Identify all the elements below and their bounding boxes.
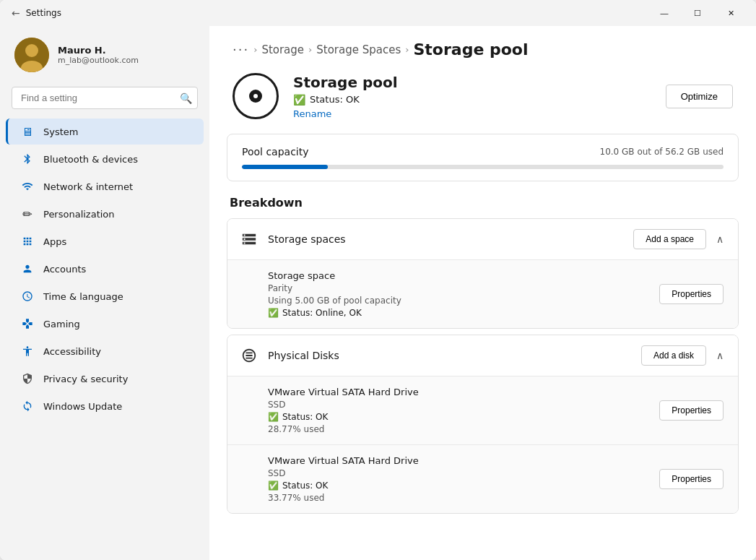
space-status-ok-icon: ✅ xyxy=(268,308,279,318)
sidebar-item-privacy[interactable]: Privacy & security xyxy=(6,366,204,392)
disk-item-2: VMware Virtual SATA Hard Drive SSD ✅ Sta… xyxy=(227,445,738,513)
physical-disks-card: Physical Disks Add a disk ∧ VMware Virtu… xyxy=(227,335,739,514)
sidebar-item-label-system: System xyxy=(43,126,78,137)
breakdown-title: Breakdown xyxy=(227,196,739,210)
disk-2-usage: 33.77% used xyxy=(268,493,419,503)
profile-name: Mauro H. xyxy=(58,45,139,56)
avatar-image xyxy=(14,38,49,72)
storage-pool-icon xyxy=(233,73,279,119)
accounts-icon xyxy=(20,262,35,276)
storage-spaces-icon xyxy=(239,229,259,249)
collapse-disks-button[interactable]: ∧ xyxy=(713,347,726,364)
rename-link[interactable]: Rename xyxy=(293,108,398,119)
sidebar-profile[interactable]: Mauro H. m_lab@outlook.com xyxy=(0,26,209,84)
sidebar-item-time[interactable]: Time & language xyxy=(6,283,204,309)
disk-2-name: VMware Virtual SATA Hard Drive xyxy=(268,455,419,466)
disk-inner xyxy=(249,90,262,103)
capacity-progress-bg xyxy=(242,165,724,169)
breadcrumb-storage[interactable]: Storage xyxy=(261,43,304,56)
pool-status: ✅ Status: OK xyxy=(293,94,398,105)
sidebar-item-update[interactable]: Windows Update xyxy=(6,393,204,419)
breadcrumb-storage-spaces[interactable]: Storage Spaces xyxy=(316,43,401,56)
disk-item-1: VMware Virtual SATA Hard Drive SSD ✅ Sta… xyxy=(227,376,738,444)
accessibility-icon xyxy=(20,344,35,358)
sidebar-item-label-personalization: Personalization xyxy=(43,209,115,220)
search-box: 🔍 xyxy=(12,87,198,109)
settings-window: ← Settings — ☐ ✕ xyxy=(0,0,756,560)
capacity-label: Pool capacity xyxy=(242,146,309,158)
disk-1-type: SSD xyxy=(268,400,419,410)
disk-2-status-text: Status: OK xyxy=(282,481,328,491)
sidebar-item-label-apps: Apps xyxy=(43,236,66,247)
titlebar: ← Settings — ☐ ✕ xyxy=(0,0,756,26)
close-button[interactable]: ✕ xyxy=(714,0,747,26)
breadcrumb-more[interactable]: ··· xyxy=(233,42,249,57)
pool-header: Storage pool ✅ Status: OK Rename Optimiz… xyxy=(209,67,756,134)
collapse-spaces-button[interactable]: ∧ xyxy=(713,231,726,248)
bluetooth-icon xyxy=(20,152,35,166)
space-status: ✅ Status: Online, OK xyxy=(268,308,401,318)
sidebar-item-network[interactable]: Network & internet xyxy=(6,173,204,199)
capacity-value: 10.0 GB out of 56.2 GB used xyxy=(600,147,724,157)
sidebar-item-label-update: Windows Update xyxy=(43,401,122,412)
minimize-button[interactable]: — xyxy=(648,0,681,26)
titlebar-controls: — ☐ ✕ xyxy=(648,0,747,26)
breadcrumb-current: Storage pool xyxy=(413,40,528,59)
sidebar-item-system[interactable]: 🖥 System xyxy=(6,119,204,145)
pool-info: Storage pool ✅ Status: OK Rename xyxy=(293,74,398,119)
sidebar-item-accounts[interactable]: Accounts xyxy=(6,256,204,282)
disk-1-usage: 28.77% used xyxy=(268,424,419,434)
sidebar-item-label-bluetooth: Bluetooth & devices xyxy=(43,154,138,165)
breadcrumb: ··· › Storage › Storage Spaces › Storage… xyxy=(209,26,756,67)
pool-status-text: Status: OK xyxy=(310,94,360,105)
sidebar-item-apps[interactable]: Apps xyxy=(6,228,204,254)
disk-1-status: ✅ Status: OK xyxy=(268,412,419,422)
sidebar-item-personalization[interactable]: ✏️ Personalization xyxy=(6,201,204,227)
disk-dot xyxy=(253,94,258,98)
sidebar-item-accessibility[interactable]: Accessibility xyxy=(6,338,204,364)
breadcrumb-sep-3: › xyxy=(405,44,409,55)
profile-info: Mauro H. m_lab@outlook.com xyxy=(58,45,139,65)
space-status-text: Status: Online, OK xyxy=(282,308,362,318)
disk-2-status: ✅ Status: OK xyxy=(268,481,419,491)
apps-icon xyxy=(20,234,35,249)
maximize-button[interactable]: ☐ xyxy=(681,0,714,26)
sidebar-item-label-accounts: Accounts xyxy=(43,264,86,275)
main-layout: Mauro H. m_lab@outlook.com 🔍 🖥 System Bl… xyxy=(0,26,756,560)
sidebar-item-bluetooth[interactable]: Bluetooth & devices xyxy=(6,146,204,172)
section-header-right-disks: Add a disk ∧ xyxy=(641,345,726,366)
disk-1-status-ok-icon: ✅ xyxy=(268,412,279,422)
storage-spaces-card: Storage spaces Add a space ∧ Storage spa… xyxy=(227,218,739,329)
space-name: Storage space xyxy=(268,270,401,281)
time-icon xyxy=(20,289,35,303)
breakdown-section: Breakdown Storage spaces Add a space ∧ xyxy=(227,196,739,514)
gaming-icon xyxy=(20,316,35,331)
disk-1-properties-button[interactable]: Properties xyxy=(659,400,724,421)
add-disk-button[interactable]: Add a disk xyxy=(641,345,706,366)
status-ok-icon: ✅ xyxy=(293,94,305,105)
back-icon[interactable]: ← xyxy=(12,7,20,19)
space-properties-button[interactable]: Properties xyxy=(659,284,724,304)
storage-spaces-header: Storage spaces Add a space ∧ xyxy=(227,219,738,259)
disk-1-status-text: Status: OK xyxy=(282,412,328,422)
optimize-button[interactable]: Optimize xyxy=(666,85,733,108)
pool-header-left: Storage pool ✅ Status: OK Rename xyxy=(233,73,398,119)
storage-space-info: Storage space Parity Using 5.00 GB of po… xyxy=(268,270,401,318)
search-icon: 🔍 xyxy=(180,92,192,104)
profile-email: m_lab@outlook.com xyxy=(58,56,139,65)
section-header-right-spaces: Add a space ∧ xyxy=(633,229,726,249)
breadcrumb-sep-2: › xyxy=(308,44,312,55)
svg-point-1 xyxy=(25,44,38,57)
add-space-button[interactable]: Add a space xyxy=(633,229,706,249)
disk-2-info: VMware Virtual SATA Hard Drive SSD ✅ Sta… xyxy=(268,455,419,503)
search-input[interactable] xyxy=(12,87,198,109)
space-usage: Using 5.00 GB of pool capacity xyxy=(268,296,401,306)
sidebar-item-label-network: Network & internet xyxy=(43,181,133,192)
system-icon: 🖥 xyxy=(20,124,35,139)
privacy-icon xyxy=(20,371,35,386)
disk-2-status-ok-icon: ✅ xyxy=(268,481,279,491)
physical-disks-label: Physical Disks xyxy=(268,350,339,361)
disk-2-properties-button[interactable]: Properties xyxy=(659,469,724,489)
avatar xyxy=(14,38,49,72)
sidebar-item-gaming[interactable]: Gaming xyxy=(6,311,204,337)
